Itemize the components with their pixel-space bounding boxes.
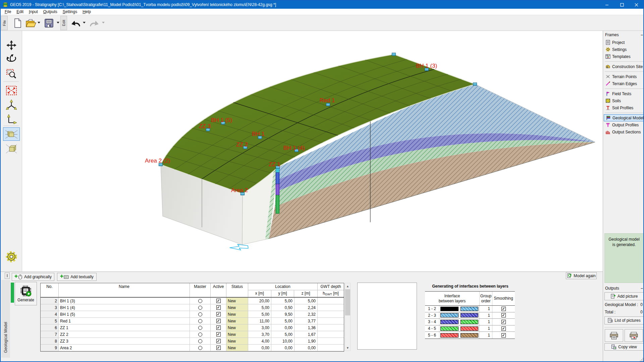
undo-dropdown-arrow[interactable] xyxy=(83,22,86,23)
group-order-value[interactable]: 1 xyxy=(480,306,492,312)
redo-button[interactable] xyxy=(88,17,101,29)
group-order-value[interactable]: 1 xyxy=(480,325,492,332)
maximize-button[interactable] xyxy=(614,1,630,9)
active-checkbox[interactable]: ✓ xyxy=(216,305,221,310)
corner-right-marker[interactable] xyxy=(473,83,477,85)
model-viewport[interactable]: BH 1 (3)Red 1BH 1 (5)ZZ 3BH 1ZZ 2BH 1 (4… xyxy=(22,31,603,272)
add-graphically-button[interactable]: Add graphically xyxy=(12,273,54,281)
smoothing-checkbox[interactable]: ✓ xyxy=(501,307,506,311)
interface-row[interactable]: 3 - 41✓ xyxy=(425,319,515,325)
interface-row[interactable]: 4 - 51✓ xyxy=(425,325,515,332)
master-radio[interactable] xyxy=(198,333,202,337)
active-checkbox[interactable]: ✓ xyxy=(216,339,221,343)
sidebar-item-output-profiles[interactable]: Output Profiles xyxy=(604,121,644,128)
generate-button[interactable]: Generate xyxy=(15,282,37,305)
print-button[interactable] xyxy=(605,329,623,342)
table-row[interactable]: 4BH 1 (5)✓New5,009,502,32 xyxy=(41,311,344,318)
master-radio[interactable] xyxy=(198,326,202,330)
add-textually-button[interactable]: Add textually xyxy=(57,273,97,281)
close-button[interactable] xyxy=(629,1,644,9)
edit-toolbar-tab[interactable]: Edit xyxy=(60,16,67,30)
menu-settings[interactable]: Settings xyxy=(60,9,80,14)
axes-2d-button[interactable] xyxy=(3,113,20,126)
sidebar-item-templates[interactable]: Templates xyxy=(604,53,644,60)
new-file-button[interactable] xyxy=(12,17,24,29)
interface-row[interactable]: 5 - 61✓ xyxy=(425,332,515,339)
sidebar-item-geological-model[interactable]: Geological Model xyxy=(604,114,644,121)
menu-outputs[interactable]: Outputs xyxy=(41,9,60,14)
save-file-button[interactable] xyxy=(43,17,55,29)
undo-button[interactable] xyxy=(69,17,82,29)
master-radio[interactable] xyxy=(198,346,202,350)
sidebar-item-field-tests[interactable]: Field Tests xyxy=(604,90,644,97)
table-row[interactable]: 3BH 1 (4)✓New5,000,502,24 xyxy=(41,304,344,311)
red-1-marker[interactable] xyxy=(326,103,330,106)
scroll-up-arrow[interactable]: ▲ xyxy=(345,283,350,289)
master-radio[interactable] xyxy=(198,312,202,316)
sidebar-item-soils[interactable]: Soils xyxy=(604,97,644,104)
menu-help[interactable]: Help xyxy=(80,9,94,14)
menu-file[interactable]: File xyxy=(2,9,14,14)
sidebar-item-project[interactable]: Project xyxy=(604,39,644,46)
sidebar-item-construction-site[interactable]: Construction Site xyxy=(604,63,644,70)
add-picture-button[interactable]: Add picture xyxy=(604,292,644,300)
smoothing-checkbox[interactable]: ✓ xyxy=(501,326,506,331)
table-row[interactable]: 6ZZ 1✓New3,000,001,36 xyxy=(41,324,344,331)
file-toolbar-tab[interactable]: File xyxy=(1,16,8,30)
fit-to-view-button[interactable] xyxy=(3,84,20,97)
smoothing-checkbox[interactable]: ✓ xyxy=(501,313,506,317)
frames-minimize-button[interactable]: – xyxy=(641,33,643,37)
list-of-pictures-button[interactable]: List of pictures xyxy=(604,316,644,324)
menu-edit[interactable]: Edit xyxy=(14,9,26,14)
save-dropdown-arrow[interactable] xyxy=(57,22,59,23)
group-order-value[interactable]: 1 xyxy=(480,319,492,325)
axonometry-view-button[interactable] xyxy=(3,142,20,156)
resize-grip[interactable] xyxy=(639,357,644,362)
view-settings-button[interactable] xyxy=(3,249,20,264)
sidebar-item-soil-profiles[interactable]: Soil Profiles xyxy=(604,104,644,111)
zoom-window-tool-button[interactable] xyxy=(3,67,20,80)
master-radio[interactable] xyxy=(198,306,202,310)
model-again-button[interactable]: Model again xyxy=(566,272,597,279)
redo-dropdown-arrow[interactable] xyxy=(102,22,105,23)
rotate-tool-button[interactable] xyxy=(3,52,20,66)
master-radio[interactable] xyxy=(198,339,202,343)
master-radio[interactable] xyxy=(198,319,202,323)
copy-view-button[interactable]: Copy view xyxy=(604,343,644,351)
interface-row[interactable]: 2 - 31✓ xyxy=(425,312,515,319)
active-checkbox[interactable]: ✓ xyxy=(216,332,221,337)
open-file-button[interactable] xyxy=(25,17,37,29)
minimize-button[interactable] xyxy=(599,1,614,9)
sidebar-item-output-sections[interactable]: Output Sections xyxy=(604,128,644,135)
table-row[interactable]: 9Area 2✓New0,000,000,00 xyxy=(41,345,344,351)
group-order-value[interactable]: 1 xyxy=(480,312,492,319)
group-order-value[interactable]: 1 xyxy=(480,332,492,339)
active-checkbox[interactable]: ✓ xyxy=(216,325,221,330)
pan-tool-button[interactable] xyxy=(3,39,20,52)
scroll-down-arrow[interactable]: ▼ xyxy=(345,345,350,351)
active-checkbox[interactable]: ✓ xyxy=(216,299,221,303)
collapsed-frame-tab[interactable]: I xyxy=(5,273,10,279)
smoothing-checkbox[interactable]: ✓ xyxy=(501,320,506,324)
table-row[interactable]: 5Red 1✓New11,005,003,77 xyxy=(41,318,344,324)
smoothing-checkbox[interactable]: ✓ xyxy=(501,333,506,338)
table-scrollbar[interactable]: ▲ ▼ xyxy=(345,283,351,351)
active-checkbox[interactable]: ✓ xyxy=(216,346,221,350)
table-row[interactable]: 2BH 1 (3)✓New20,005,005,00 xyxy=(41,298,344,304)
corner-back-marker[interactable] xyxy=(392,53,396,56)
sidebar-item-terrain-edges[interactable]: Terrain Edges xyxy=(604,80,644,87)
open-dropdown-arrow[interactable] xyxy=(38,22,40,23)
table-row[interactable]: 7ZZ 2✓New3,705,001,67 xyxy=(41,331,344,338)
perspective-view-button[interactable] xyxy=(3,127,20,141)
sidebar-item-settings[interactable]: Settings xyxy=(604,46,644,53)
interface-row[interactable]: 1 - 21✓ xyxy=(425,306,515,312)
print-selection-button[interactable] xyxy=(625,329,643,342)
menu-input[interactable]: Input xyxy=(26,9,41,14)
scrollbar-thumb[interactable] xyxy=(345,289,350,315)
table-row[interactable]: 8ZZ 3✓New4,0010,001,90 xyxy=(41,338,344,345)
active-checkbox[interactable]: ✓ xyxy=(216,319,221,323)
sidebar-item-terrain-points[interactable]: Terrain Points xyxy=(604,73,644,80)
outputs-minimize-button[interactable]: – xyxy=(641,286,643,291)
active-checkbox[interactable]: ✓ xyxy=(216,312,221,316)
master-radio[interactable] xyxy=(198,299,202,303)
